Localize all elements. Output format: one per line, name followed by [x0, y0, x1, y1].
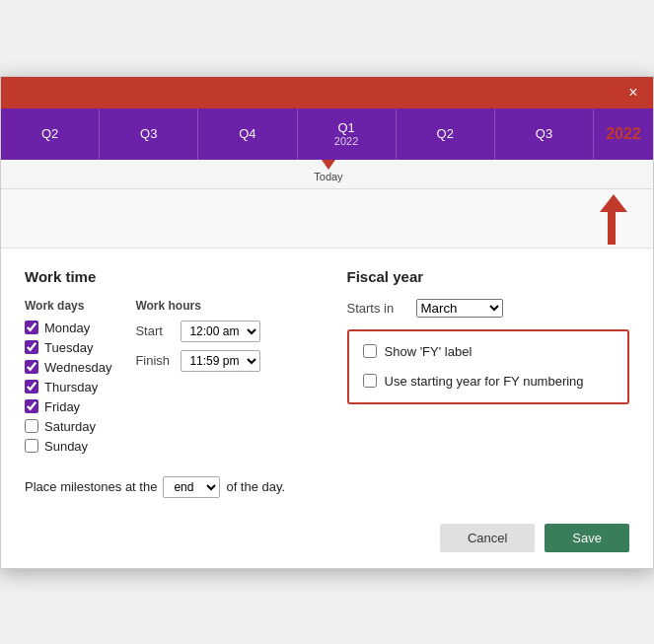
today-marker: Today: [314, 160, 342, 182]
thursday-label: Thursday: [44, 380, 98, 394]
sunday-label: Sunday: [44, 439, 88, 454]
footer: Cancel Save: [1, 514, 653, 568]
wednesday-checkbox[interactable]: [25, 360, 38, 374]
year-label: 2022: [594, 125, 653, 143]
quarter-q3-2: Q3: [495, 108, 594, 160]
monday-label: Monday: [44, 321, 90, 335]
day-wednesday[interactable]: Wednesday: [25, 360, 111, 375]
quarter-q3-1: Q3: [100, 108, 198, 160]
wednesday-label: Wednesday: [44, 360, 111, 375]
tuesday-label: Tuesday: [44, 340, 93, 355]
sunday-checkbox[interactable]: [25, 439, 38, 453]
monday-checkbox[interactable]: [25, 321, 38, 334]
quarter-label: Q3: [536, 126, 552, 141]
dialog: × Q2 Q3 Q4 Q1 2022 Q2 Q3 2022 Today: [0, 76, 654, 569]
friday-checkbox[interactable]: [25, 399, 38, 413]
starts-in-row: Starts in January February March April M…: [347, 299, 630, 318]
work-time-section: Work time Work days Monday Tuesday: [25, 268, 308, 498]
start-time-select[interactable]: 12:00 am 6:00 am 7:00 am 8:00 am: [181, 321, 260, 342]
start-label: Start: [135, 323, 173, 338]
finish-row: Finish 11:59 pm 5:00 pm 6:00 pm: [135, 350, 273, 372]
today-triangle-icon: [322, 160, 335, 170]
day-sunday[interactable]: Sunday: [25, 439, 111, 454]
use-starting-year-checkbox[interactable]: [363, 374, 377, 388]
day-tuesday[interactable]: Tuesday: [25, 340, 111, 355]
day-thursday[interactable]: Thursday: [25, 380, 111, 394]
month-select[interactable]: January February March April May June Ju…: [416, 299, 503, 318]
use-starting-year-row[interactable]: Use starting year for FY numbering: [363, 373, 615, 391]
quarter-year: 2022: [334, 135, 358, 147]
arrow-shaft-icon: [608, 207, 616, 245]
gantt-quarters: Q2 Q3 Q4 Q1 2022 Q2 Q3: [1, 108, 594, 160]
work-hours-header: Work hours: [135, 299, 273, 313]
fiscal-year-title: Fiscal year: [347, 268, 630, 285]
quarter-label: Q1: [337, 120, 354, 135]
today-marker-area: Today: [1, 160, 653, 189]
quarter-q2-2: Q2: [397, 108, 495, 160]
work-time-title: Work time: [25, 268, 308, 285]
quarter-q4: Q4: [198, 108, 297, 160]
friday-label: Friday: [44, 399, 80, 414]
milestones-prefix: Place milestones at the: [25, 479, 157, 494]
today-label: Today: [314, 171, 342, 182]
save-button[interactable]: Save: [545, 524, 629, 552]
saturday-checkbox[interactable]: [25, 419, 38, 433]
work-columns: Work days Monday Tuesday Wednesday: [25, 299, 308, 459]
work-days-header: Work days: [25, 299, 111, 313]
quarter-q1-2022: Q1 2022: [298, 108, 397, 160]
milestones-suffix: of the day.: [226, 479, 285, 494]
milestones-select[interactable]: end start: [163, 476, 220, 498]
day-saturday[interactable]: Saturday: [25, 419, 111, 434]
start-row: Start 12:00 am 6:00 am 7:00 am 8:00 am: [135, 321, 273, 342]
quarter-label: Q3: [140, 126, 157, 141]
milestones-row: Place milestones at the end start of the…: [25, 476, 308, 498]
arrow-area: [1, 189, 653, 249]
work-hours-column: Work hours Start 12:00 am 6:00 am 7:00 a…: [135, 299, 273, 459]
gantt-header: Q2 Q3 Q4 Q1 2022 Q2 Q3 2022: [1, 108, 653, 160]
finish-label: Finish: [135, 353, 173, 368]
quarter-label: Q2: [437, 126, 454, 141]
cancel-button[interactable]: Cancel: [440, 524, 535, 552]
quarter-label: Q4: [239, 126, 255, 141]
day-monday[interactable]: Monday: [25, 321, 111, 335]
quarter-q2-1: Q2: [1, 108, 100, 160]
quarter-label: Q2: [41, 126, 58, 141]
starts-in-label: Starts in: [347, 301, 406, 316]
title-bar: ×: [1, 77, 653, 108]
saturday-label: Saturday: [44, 419, 96, 434]
close-button[interactable]: ×: [621, 81, 645, 105]
show-fy-checkbox[interactable]: [363, 344, 377, 358]
fiscal-options-box: Show 'FY' label Use starting year for FY…: [347, 329, 630, 404]
use-starting-year-label: Use starting year for FY numbering: [385, 373, 584, 391]
show-fy-row[interactable]: Show 'FY' label: [363, 343, 615, 361]
finish-time-select[interactable]: 11:59 pm 5:00 pm 6:00 pm: [181, 350, 260, 372]
fiscal-year-section: Fiscal year Starts in January February M…: [347, 268, 630, 498]
tuesday-checkbox[interactable]: [25, 340, 38, 354]
work-days-column: Work days Monday Tuesday Wednesday: [25, 299, 111, 459]
show-fy-label: Show 'FY' label: [385, 343, 472, 361]
day-friday[interactable]: Friday: [25, 399, 111, 414]
thursday-checkbox[interactable]: [25, 380, 38, 394]
content-area: Work time Work days Monday Tuesday: [1, 249, 653, 514]
